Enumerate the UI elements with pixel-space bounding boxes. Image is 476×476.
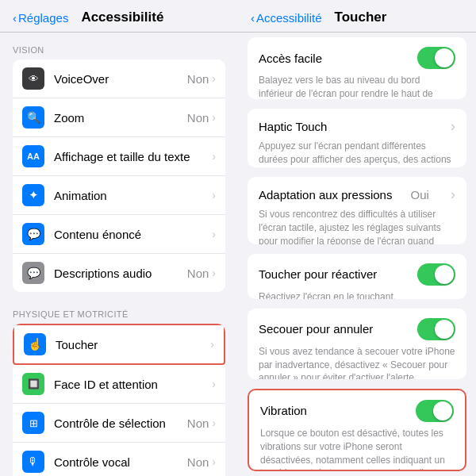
- section-vision-header: VISION: [0, 33, 238, 60]
- vibration-title: Vibration: [260, 404, 307, 417]
- controle-sel-icon: ⊞: [22, 412, 44, 434]
- descriptions-icon: 💬: [22, 262, 44, 284]
- toucher-chevron: ›: [210, 338, 214, 351]
- zoom-row[interactable]: 🔍 Zoom Non ›: [13, 98, 225, 137]
- acces-facile-card: Accès facile Balayez vers le bas au nive…: [248, 37, 466, 99]
- left-back-button[interactable]: ‹ Réglages: [13, 11, 68, 25]
- voiceover-row[interactable]: 👁 VoiceOver Non ›: [13, 60, 225, 98]
- secouer-title: Secouer pour annuler: [259, 322, 373, 336]
- animation-row[interactable]: ✦ Animation ›: [13, 176, 225, 215]
- secouer-toggle[interactable]: [417, 318, 455, 340]
- voiceover-icon: 👁: [22, 67, 44, 90]
- right-panel: ‹ Accessibilité Toucher Accès facile Bal…: [238, 0, 476, 476]
- toucher-label: Toucher: [56, 338, 210, 351]
- faceid-chevron: ›: [212, 378, 216, 390]
- haptic-touch-card: Haptic Touch › Appuyez sur l'écran penda…: [248, 109, 466, 167]
- left-panel: ‹ Réglages Accessibilité VISION 👁 VoiceO…: [0, 0, 238, 476]
- acces-facile-desc: Balayez vers le bas au niveau du bord in…: [259, 74, 455, 99]
- animation-icon: ✦: [22, 184, 44, 206]
- physique-group: ☝ Toucher › 🔲 Face ID et attention › ⊞ C…: [13, 324, 225, 476]
- voiceover-label: VoiceOver: [54, 72, 187, 86]
- controle-sel-row[interactable]: ⊞ Contrôle de sélection Non ›: [13, 404, 225, 443]
- zoom-label: Zoom: [54, 111, 187, 125]
- contenu-icon: 💬: [22, 223, 44, 245]
- section-physique-header: PHYSIQUE ET MOTRICITÉ: [0, 297, 238, 324]
- contenu-chevron: ›: [212, 228, 216, 240]
- controle-vocal-chevron: ›: [212, 455, 216, 468]
- controle-sel-value: Non: [187, 416, 209, 430]
- controle-vocal-icon: 🎙: [22, 451, 44, 473]
- controle-sel-chevron: ›: [212, 416, 216, 429]
- contenu-label: Contenu énoncé: [54, 228, 212, 241]
- right-back-button[interactable]: ‹ Accessibilité: [251, 11, 322, 25]
- acces-facile-toggle[interactable]: [417, 47, 455, 69]
- zoom-chevron: ›: [212, 111, 216, 124]
- left-back-label: Réglages: [18, 11, 68, 25]
- controle-sel-label: Contrôle de sélection: [54, 416, 187, 430]
- controle-vocal-row[interactable]: 🎙 Contrôle vocal Non ›: [13, 443, 225, 476]
- toucher-reactiver-title: Toucher pour réactiver: [259, 267, 377, 281]
- faceid-row[interactable]: 🔲 Face ID et attention ›: [13, 365, 225, 404]
- zoom-icon: 🔍: [22, 106, 44, 129]
- haptic-touch-title: Haptic Touch: [259, 120, 327, 133]
- faceid-label: Face ID et attention: [54, 378, 212, 391]
- adaptation-value: Oui: [411, 188, 429, 202]
- toucher-reactiver-desc: Réactivez l'écran en le touchant.: [259, 290, 455, 299]
- affichage-label: Affichage et taille du texte: [54, 150, 212, 163]
- controle-vocal-value: Non: [187, 455, 209, 469]
- animation-label: Animation: [54, 189, 212, 202]
- controle-vocal-label: Contrôle vocal: [54, 455, 187, 469]
- descriptions-label: Descriptions audio: [54, 267, 187, 280]
- affichage-row[interactable]: AA Affichage et taille du texte ›: [13, 137, 225, 176]
- voiceover-value: Non: [187, 72, 209, 86]
- secouer-desc: Si vous avez tendance à secouer votre iP…: [259, 345, 455, 379]
- descriptions-row[interactable]: 💬 Descriptions audio Non ›: [13, 254, 225, 292]
- adaptation-title: Adaptation aux pressions: [259, 188, 392, 202]
- secouer-card: Secouer pour annuler Si vous avez tendan…: [248, 309, 466, 379]
- affichage-icon: AA: [22, 145, 44, 167]
- left-nav-title: Accessibilité: [81, 10, 163, 25]
- vibration-card: Vibration Lorsque ce bouton est désactiv…: [248, 389, 466, 471]
- adaptation-card: Adaptation aux pressions Oui › Si vous r…: [248, 177, 466, 244]
- adaptation-desc: Si vous rencontrez des difficultés à uti…: [259, 208, 455, 244]
- right-nav-title: Toucher: [335, 10, 387, 25]
- toucher-row[interactable]: ☝ Toucher ›: [13, 324, 225, 365]
- haptic-touch-chevron: ›: [451, 118, 455, 135]
- chevron-left-icon: ‹: [13, 11, 17, 25]
- contenu-row[interactable]: 💬 Contenu énoncé ›: [13, 215, 225, 254]
- toucher-reactiver-toggle[interactable]: [417, 263, 455, 286]
- toucher-reactiver-card: Toucher pour réactiver Réactivez l'écran…: [248, 254, 466, 299]
- zoom-value: Non: [187, 111, 209, 125]
- voiceover-chevron: ›: [212, 72, 216, 85]
- descriptions-chevron: ›: [212, 267, 216, 279]
- vision-group: 👁 VoiceOver Non › 🔍 Zoom Non › AA Affich…: [13, 60, 225, 292]
- adaptation-chevron: ›: [451, 186, 455, 203]
- animation-chevron: ›: [212, 189, 216, 202]
- affichage-chevron: ›: [212, 150, 216, 163]
- descriptions-value: Non: [187, 267, 209, 280]
- right-nav-bar: ‹ Accessibilité Toucher: [238, 0, 476, 33]
- haptic-touch-desc: Appuyez sur l'écran pendant différentes …: [259, 140, 455, 167]
- vibration-desc: Lorsque ce bouton est désactivé, toutes …: [260, 427, 454, 471]
- right-chevron-left-icon: ‹: [251, 11, 255, 25]
- toucher-icon: ☝: [24, 333, 46, 355]
- vibration-toggle[interactable]: [416, 400, 454, 422]
- right-back-label: Accessibilité: [256, 11, 322, 25]
- faceid-icon: 🔲: [22, 373, 44, 395]
- left-nav-bar: ‹ Réglages Accessibilité: [0, 0, 238, 33]
- acces-facile-title: Accès facile: [259, 52, 322, 65]
